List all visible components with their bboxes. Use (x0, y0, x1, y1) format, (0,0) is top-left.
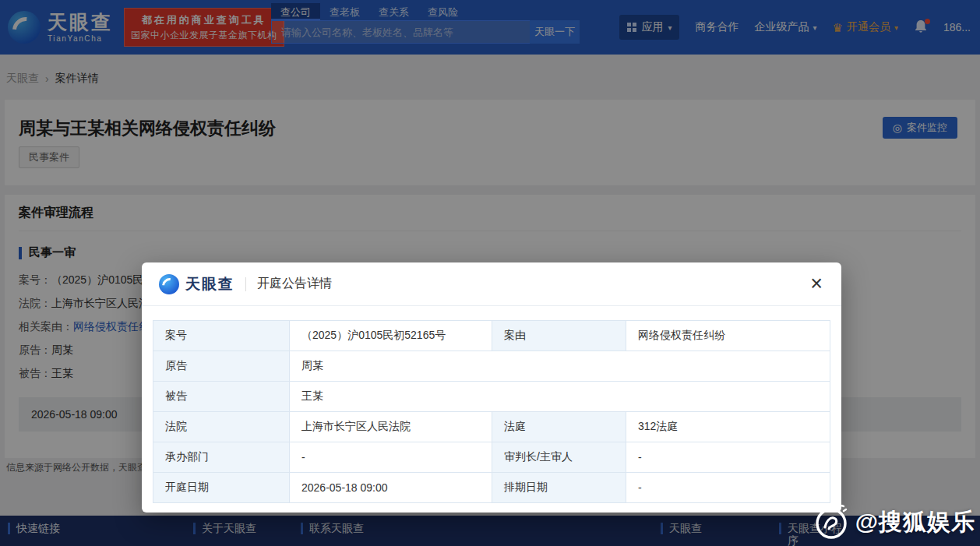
close-icon[interactable]: × (809, 273, 824, 294)
cell-label: 案由 (492, 321, 626, 351)
tianyancha-case-page: 天眼查 TianYanCha 都在用的商业查询工具 国家中小企业发展子基金旗下机… (0, 0, 980, 546)
table-row: 承办部门 - 审判长/主审人 - (153, 442, 830, 473)
hearing-detail-table: 案号 （2025）沪0105民初52165号 案由 网络侵权责任纠纷 原告 周某… (153, 320, 830, 503)
cell-value: 上海市长宁区人民法院 (290, 412, 492, 442)
cell-value: 周某 (290, 351, 830, 382)
table-row: 原告 周某 (153, 351, 830, 382)
table-row: 案号 （2025）沪0105民初52165号 案由 网络侵权责任纠纷 (153, 321, 830, 351)
tianyancha-eye-icon (159, 274, 179, 294)
cell-value: （2025）沪0105民初52165号 (290, 321, 492, 351)
cell-value: 312法庭 (626, 412, 830, 442)
cell-value: 王某 (290, 382, 830, 412)
cell-value: 网络侵权责任纠纷 (626, 321, 830, 351)
cell-value: - (626, 473, 830, 503)
table-row: 法院 上海市长宁区人民法院 法庭 312法庭 (153, 412, 830, 442)
cell-label: 开庭日期 (153, 473, 290, 503)
modal-header: 天眼查 开庭公告详情 × (142, 262, 841, 306)
table-row: 被告 王某 (153, 382, 830, 412)
cell-label: 承办部门 (153, 442, 290, 473)
cell-label: 法院 (153, 412, 290, 442)
sohu-watermark: @搜狐娱乐 (813, 503, 975, 541)
cell-value: - (626, 442, 830, 473)
cell-label: 案号 (153, 321, 290, 351)
cell-value: - (290, 442, 492, 473)
cell-label: 审判长/主审人 (492, 442, 626, 473)
cell-label: 原告 (153, 351, 290, 382)
cell-label: 被告 (153, 382, 290, 412)
divider (245, 277, 246, 291)
cell-label: 法庭 (492, 412, 626, 442)
watermark-text: @搜狐娱乐 (855, 506, 975, 538)
modal-logo-text: 天眼查 (185, 274, 234, 294)
modal-title: 开庭公告详情 (257, 276, 332, 292)
cell-label: 排期日期 (492, 473, 626, 503)
hearing-announcement-modal: 天眼查 开庭公告详情 × 案号 （2025）沪0105民初52165号 案由 网… (142, 262, 841, 513)
cell-value: 2026-05-18 09:00 (290, 473, 492, 503)
table-row: 开庭日期 2026-05-18 09:00 排期日期 - (153, 473, 830, 503)
sohu-logo-icon (813, 503, 850, 541)
